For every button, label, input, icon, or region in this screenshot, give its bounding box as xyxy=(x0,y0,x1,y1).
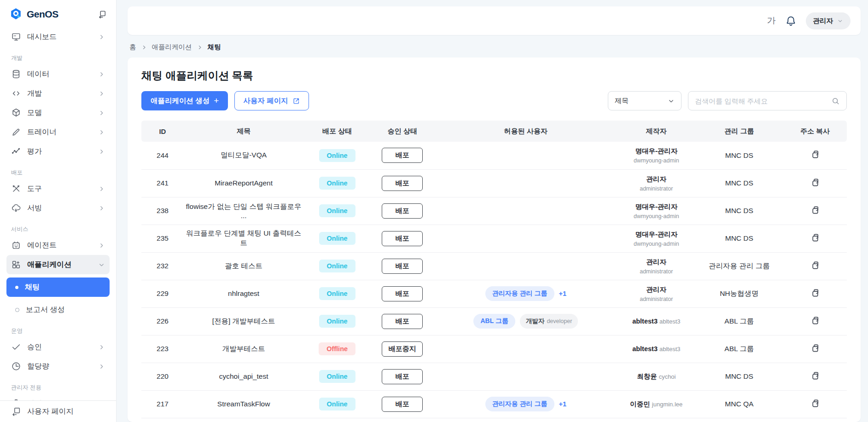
sidebar-subitem-보고서 생성[interactable]: 보고서 생성 xyxy=(6,300,110,319)
copy-address-button[interactable] xyxy=(810,149,821,160)
cell-title[interactable]: 멀티모달-VQA xyxy=(184,142,303,169)
copy-address-button[interactable] xyxy=(810,315,821,326)
cell-deploy-status: Online xyxy=(303,363,371,390)
approval-status-button[interactable]: 배포 xyxy=(382,231,423,246)
sidebar-item-개발[interactable]: 개발 xyxy=(6,84,110,103)
table-row[interactable]: 223개발부테스트Offline배포중지abltest3abltest3ABL … xyxy=(141,335,847,363)
approval-status-button[interactable]: 배포중지 xyxy=(382,341,423,357)
sidebar-item-데이터[interactable]: 데이터 xyxy=(6,64,110,84)
cell-title[interactable]: MiraeReportAgent xyxy=(184,169,303,197)
table-row[interactable]: 241MiraeReportAgentOnline배포관리자administra… xyxy=(141,169,847,197)
copy-address-button[interactable] xyxy=(810,288,821,298)
sidebar-item-label: 애플리케이션 xyxy=(27,260,71,270)
breadcrumb-applications[interactable]: 애플리케이션 xyxy=(152,43,192,52)
cell-title[interactable]: 개발부테스트 xyxy=(184,335,303,363)
approval-status-button[interactable]: 배포 xyxy=(382,148,423,163)
chevron-right-icon xyxy=(98,71,105,78)
more-users-count[interactable]: +1 xyxy=(559,290,567,297)
chevron-right-icon xyxy=(197,45,203,50)
sidebar-item-도구[interactable]: 도구 xyxy=(6,179,110,198)
notification-bell-icon[interactable] xyxy=(785,15,797,27)
sidebar-item-할당량[interactable]: 할당량 xyxy=(6,357,110,376)
cell-deploy-status: Online xyxy=(303,142,371,169)
search-input[interactable] xyxy=(695,97,827,105)
cell-title[interactable]: nhlragtest xyxy=(184,280,303,307)
sidebar-item-애플리케이션[interactable]: 애플리케이션 xyxy=(6,255,110,274)
copy-address-button[interactable] xyxy=(810,398,821,409)
sidebar-subitem-채팅[interactable]: 채팅 xyxy=(6,277,110,297)
column-header: 관리 그룹 xyxy=(695,121,784,142)
search-icon[interactable] xyxy=(831,97,840,105)
sidebar-collapse-icon[interactable] xyxy=(98,10,107,19)
sidebar-item-트레이너[interactable]: 트레이너 xyxy=(6,122,110,142)
approval-status-button[interactable]: 배포 xyxy=(382,314,423,329)
approval-status-button[interactable]: 배포 xyxy=(382,203,423,219)
column-header: 제작자 xyxy=(618,121,695,142)
code-icon xyxy=(11,88,21,98)
sidebar-item-서빙[interactable]: 서빙 xyxy=(6,198,110,218)
approval-status-button[interactable]: 배포 xyxy=(382,286,423,301)
column-header: ID xyxy=(141,121,184,142)
controls-row: 애플리케이션 생성 + 사용자 페이지 제목 xyxy=(141,91,847,110)
approval-status-button[interactable]: 배포 xyxy=(382,369,423,384)
cell-title[interactable]: 워크플로우 단계별 채팅 UI 출력테스트 xyxy=(184,225,303,252)
cell-copy-address xyxy=(783,335,847,363)
table-row[interactable]: 220cychoi_api_testOnline배포최창윤cychoiMNC D… xyxy=(141,363,847,390)
approval-status-button[interactable]: 배포 xyxy=(382,259,423,274)
deploy-status-badge: Online xyxy=(319,177,355,190)
breadcrumb-home[interactable]: 홈 xyxy=(129,43,136,52)
table-row[interactable]: 229nhlragtestOnline배포관리자용 관리 그룹+1관리자admi… xyxy=(141,280,847,307)
cell-title[interactable]: [전용] 개발부테스트 xyxy=(184,307,303,335)
sidebar-item-에이전트[interactable]: 에이전트 xyxy=(6,236,110,255)
cell-deploy-status: Online xyxy=(303,197,371,225)
table-row[interactable]: 235워크플로우 단계별 채팅 UI 출력테스트Online배포명대우-관리자d… xyxy=(141,225,847,252)
filter-field-select[interactable]: 제목 xyxy=(608,91,682,110)
copy-address-button[interactable] xyxy=(810,370,821,381)
font-size-button[interactable]: 가 xyxy=(767,15,776,27)
sidebar-section-label: 서비스 xyxy=(11,225,105,233)
cell-allowed-users xyxy=(434,363,618,390)
copy-address-button[interactable] xyxy=(810,343,821,353)
creator-name: abltest3 xyxy=(632,345,658,353)
sidebar-item-승인[interactable]: 승인 xyxy=(6,337,110,357)
user-menu[interactable]: 관리자 xyxy=(806,12,851,29)
copy-address-button[interactable] xyxy=(810,260,821,271)
approval-status-button[interactable]: 배포 xyxy=(382,176,423,191)
creator-name: 관리자 xyxy=(618,258,695,266)
approval-status-button[interactable]: 배포 xyxy=(382,397,423,412)
table-row[interactable]: 217StreamTaskFlowOnline배포관리자용 관리 그룹+1이중민… xyxy=(141,390,847,418)
table-row[interactable]: 244멀티모달-VQAOnline배포명대우-관리자dwmyoung-admin… xyxy=(141,142,847,169)
chevron-right-icon xyxy=(98,363,105,370)
sidebar-item-평가[interactable]: 평가 xyxy=(6,142,110,161)
user-page-button[interactable]: 사용자 페이지 xyxy=(234,91,309,110)
pencil-icon xyxy=(11,127,21,137)
cell-approval-status: 배포 xyxy=(371,169,434,197)
cell-id: 235 xyxy=(141,225,184,252)
table-row[interactable]: 238flowise가 없는 단일 스텝 워크플로우 ...Online배포명대… xyxy=(141,197,847,225)
cell-copy-address xyxy=(783,280,847,307)
deploy-status-badge: Online xyxy=(319,287,355,300)
table-row[interactable]: 232괄호 테스트Online배포관리자administrator관리자용 관리… xyxy=(141,252,847,280)
sidebar-item-대시보드[interactable]: 대시보드 xyxy=(6,27,110,46)
cell-management-group: ABL 그룹 xyxy=(695,307,784,335)
creator-name: 명대우-관리자 xyxy=(618,202,695,211)
sidebar-item-user-page[interactable]: 사용자 페이지 xyxy=(0,400,116,422)
create-application-button[interactable]: 애플리케이션 생성 + xyxy=(141,91,228,110)
more-users-count[interactable]: +1 xyxy=(559,400,567,408)
cell-approval-status: 배포중지 xyxy=(371,335,434,363)
copy-address-button[interactable] xyxy=(810,232,821,243)
allowed-user-badge: 개발자developer xyxy=(520,314,578,329)
copy-address-button[interactable] xyxy=(810,205,821,215)
cell-title[interactable]: StreamTaskFlow xyxy=(184,390,303,418)
column-header: 배포 상태 xyxy=(303,121,371,142)
cell-management-group: MNC DS xyxy=(695,169,784,197)
sidebar-item-모델[interactable]: 모델 xyxy=(6,103,110,122)
table-row[interactable]: 226[전용] 개발부테스트Online배포ABL 그룹개발자developer… xyxy=(141,307,847,335)
sidebar-item-관리[interactable]: 관리 xyxy=(6,394,110,400)
copy-address-button[interactable] xyxy=(810,177,821,188)
sidebar-item-label: 서빙 xyxy=(27,203,42,213)
cell-title[interactable]: cychoi_api_test xyxy=(184,363,303,390)
chevron-right-icon xyxy=(141,45,147,50)
cell-title[interactable]: flowise가 없는 단일 스텝 워크플로우 ... xyxy=(184,197,303,225)
cell-title[interactable]: 괄호 테스트 xyxy=(184,252,303,280)
